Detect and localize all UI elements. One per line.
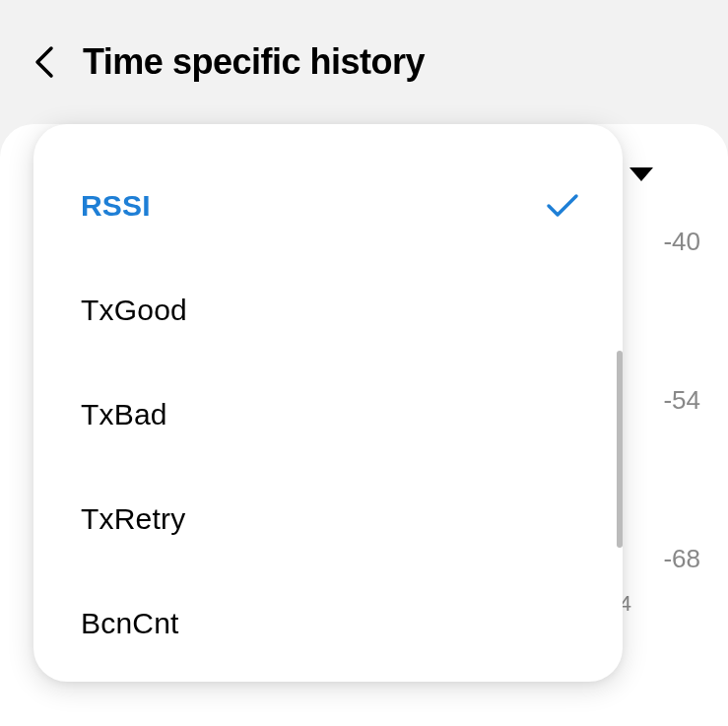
page-title: Time specific history [83, 41, 425, 83]
dropdown-menu: RSSI TxGood TxBad TxRetry BcnCnt [33, 124, 623, 682]
axis-label: -40 [663, 227, 700, 257]
menu-item-label: RSSI [81, 189, 151, 223]
axis-label: -54 [663, 385, 700, 416]
axis-label: -68 [663, 544, 700, 574]
check-icon [546, 189, 579, 223]
axis-labels: -40 -54 -68 [663, 227, 700, 574]
scrollbar-indicator[interactable] [617, 351, 623, 548]
menu-item-txbad[interactable]: TxBad [33, 363, 623, 467]
back-icon[interactable] [30, 47, 59, 77]
menu-item-bcncnt[interactable]: BcnCnt [33, 571, 623, 676]
menu-item-rssi[interactable]: RSSI [33, 154, 623, 258]
menu-item-label: TxGood [81, 294, 187, 327]
menu-item-txretry[interactable]: TxRetry [33, 467, 623, 571]
menu-item-label: BcnCnt [81, 607, 179, 640]
menu-item-txgood[interactable]: TxGood [33, 258, 623, 363]
dropdown-caret-icon[interactable] [629, 167, 653, 185]
menu-item-label: TxBad [81, 398, 167, 431]
menu-item-label: TxRetry [81, 502, 185, 536]
header: Time specific history [0, 0, 728, 112]
